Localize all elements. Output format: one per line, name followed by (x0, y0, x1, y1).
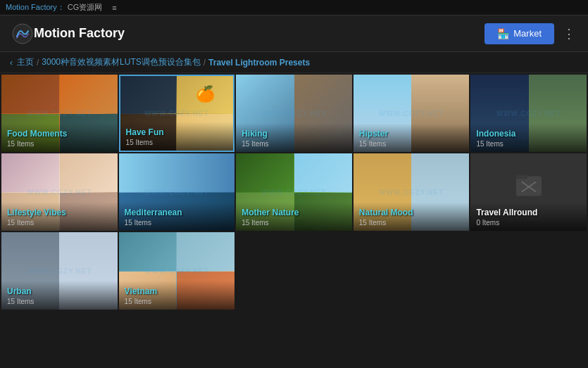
card-subtitle: 15 Items (359, 219, 464, 227)
card-title: Mother Nature (242, 208, 346, 217)
card-overlay: Indonesia 15 Items (470, 123, 587, 152)
breadcrumb: ‹ 主页 / 3000种音效视频素材LUTS调色预设合集包 / Travel L… (0, 52, 588, 73)
card-hiking[interactable]: WWW.CGZY.NET Hiking 15 Items (236, 75, 352, 152)
card-overlay: Hipster 15 Items (354, 123, 470, 152)
card-title: Mediterranean (125, 208, 230, 217)
card-vietnam[interactable]: WWW.CGZY.NET Vietnam 15 Items (119, 232, 235, 310)
breadcrumb-arrow: ‹ (10, 58, 13, 68)
content-area: WWW.CGZY.NET Food Moments 15 Items 🍊 WWW… (0, 73, 588, 368)
market-label: Market (513, 28, 542, 39)
card-overlay: Lifestyle Vibes 15 Items (1, 202, 118, 231)
card-mediterranean[interactable]: WWW.CGZY.NET Mediterranean 15 Items (119, 153, 235, 231)
card-subtitle: 15 Items (7, 219, 112, 227)
top-bar: Motion Factory： CG资源网 ≡ (0, 0, 588, 15)
top-site: CG资源网 (68, 2, 103, 13)
card-subtitle: 15 Items (242, 219, 346, 227)
card-mother-nature[interactable]: WWW.CGZY.NET Mother Nature 15 Items (236, 153, 352, 231)
header-title: Motion Factory (34, 26, 484, 41)
card-overlay: Food Moments 15 Items (1, 123, 118, 152)
card-title: Vietnam (125, 286, 230, 296)
card-subtitle: 0 Items (476, 219, 581, 227)
card-indonesia[interactable]: WWW.CGZY.NET Indonesia 15 Items (470, 75, 587, 152)
folder-icon (515, 170, 543, 198)
card-overlay: Travel Allround 0 Items (470, 202, 587, 231)
card-lifestyle-vibes[interactable]: WWW.CGZY.NET Lifestyle Vibes 15 Items (1, 153, 118, 231)
card-urban[interactable]: WWW.CGZY.NET Urban 15 Items (1, 232, 118, 310)
card-overlay: Have Fun 15 Items (120, 122, 234, 151)
card-natural-mood[interactable]: WWW.CGZY.NET Natural Mood 15 Items (354, 153, 470, 231)
svg-rect-2 (516, 175, 527, 179)
breadcrumb-sep2: / (204, 58, 206, 68)
card-overlay: Mother Nature 15 Items (236, 202, 352, 231)
card-title: Natural Mood (359, 208, 464, 217)
card-food-moments[interactable]: WWW.CGZY.NET Food Moments 15 Items (1, 75, 118, 152)
card-subtitle: 15 Items (359, 140, 464, 148)
card-subtitle: 15 Items (242, 140, 346, 148)
options-menu-button[interactable]: ⋮ (563, 26, 577, 42)
breadcrumb-current: Travel Lightroom Presets (208, 58, 310, 68)
logo-icon (11, 23, 34, 45)
card-subtitle: 15 Items (125, 219, 230, 227)
breadcrumb-home[interactable]: 主页 (17, 56, 34, 68)
card-subtitle: 15 Items (476, 140, 581, 148)
card-travel-allround[interactable]: Travel Allround 0 Items (470, 153, 587, 231)
card-title: Urban (7, 286, 112, 296)
card-overlay: Natural Mood 15 Items (354, 202, 470, 231)
breadcrumb-sep1: / (37, 58, 39, 68)
card-title: Lifestyle Vibes (7, 208, 112, 217)
card-title: Travel Allround (476, 208, 581, 217)
card-subtitle: 15 Items (125, 298, 230, 305)
card-title: Hipster (359, 129, 464, 139)
card-have-fun[interactable]: 🍊 WWW.CGZY.NET Have Fun 15 Items (119, 75, 235, 152)
card-overlay: Urban 15 Items (1, 281, 118, 310)
top-menu-icon[interactable]: ≡ (112, 4, 116, 12)
market-icon: 🏪 (497, 28, 509, 39)
card-subtitle: 15 Items (126, 139, 228, 146)
card-subtitle: 15 Items (7, 298, 112, 305)
card-overlay: Mediterranean 15 Items (119, 202, 235, 231)
card-overlay: Vietnam 15 Items (119, 281, 235, 310)
card-title: Indonesia (476, 129, 581, 139)
breadcrumb-pack[interactable]: 3000种音效视频素材LUTS调色预设合集包 (42, 56, 200, 68)
svg-point-0 (13, 24, 32, 44)
card-title: Hiking (242, 129, 346, 139)
card-hipster[interactable]: WWW.CGZY.NET Hipster 15 Items (354, 75, 470, 152)
header: Motion Factory 🏪 Market ⋮ (0, 15, 588, 52)
card-subtitle: 15 Items (7, 140, 112, 148)
presets-grid: WWW.CGZY.NET Food Moments 15 Items 🍊 WWW… (0, 73, 588, 311)
top-brand: Motion Factory： (6, 2, 65, 13)
card-title: Food Moments (7, 129, 112, 139)
market-button[interactable]: 🏪 Market (484, 23, 554, 44)
card-overlay: Hiking 15 Items (236, 123, 352, 152)
card-title: Have Fun (126, 127, 228, 137)
